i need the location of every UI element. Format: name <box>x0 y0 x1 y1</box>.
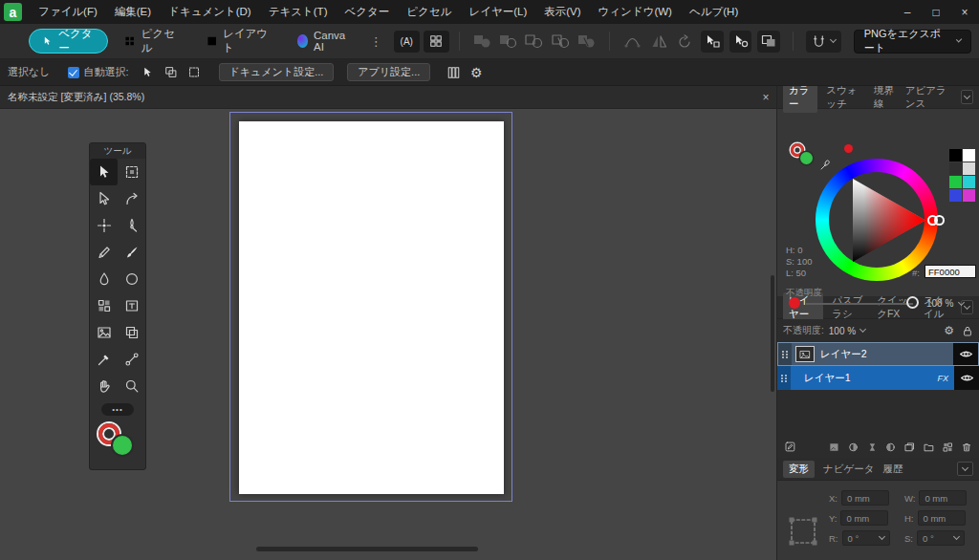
shape-tool[interactable] <box>118 266 145 292</box>
menu-vector[interactable]: ベクター <box>336 0 398 24</box>
minimize-button[interactable]: – <box>893 0 922 24</box>
fill-stroke-selector[interactable] <box>97 423 139 462</box>
gear-icon[interactable]: ⚙ <box>467 63 486 82</box>
corner-tool[interactable] <box>118 185 145 212</box>
frame-text-tool[interactable] <box>118 292 145 319</box>
edit-all-layers-icon[interactable] <box>785 440 795 454</box>
opacity-slider-track[interactable] <box>806 303 913 305</box>
menu-view[interactable]: 表示(V) <box>535 0 589 24</box>
pattern-tool[interactable] <box>90 292 118 319</box>
document-page[interactable] <box>239 121 504 494</box>
layer-name[interactable]: レイヤー2 <box>820 348 867 361</box>
canvas-viewport[interactable]: ツール ••• <box>0 109 776 560</box>
s-input[interactable]: 0 ° <box>917 530 965 546</box>
insert-behind-button[interactable] <box>757 31 780 53</box>
menu-pixel[interactable]: ピクセル <box>398 0 460 24</box>
swatch[interactable] <box>963 149 975 162</box>
auto-trace-button[interactable]: (A) <box>394 31 420 53</box>
marquee-mode-icon[interactable] <box>185 63 204 82</box>
move-tool[interactable] <box>90 159 118 185</box>
menu-text[interactable]: テキスト(T) <box>260 0 337 24</box>
panel-menu-button[interactable] <box>957 462 973 476</box>
opacity-slider-knob[interactable] <box>906 296 919 309</box>
document-title[interactable]: 名称未設定 [変更済み] (35.8%) <box>0 91 144 104</box>
tab-appearance[interactable]: アピアランス <box>905 84 952 111</box>
horizontal-scrollbar[interactable] <box>256 547 478 551</box>
layers-opacity-dropdown[interactable]: 100 % <box>829 326 865 336</box>
new-group-icon[interactable] <box>924 441 934 454</box>
node-tool[interactable] <box>90 185 118 212</box>
swatch[interactable] <box>963 162 975 175</box>
tab-color[interactable]: カラー <box>783 82 817 113</box>
layer-visibility-cell[interactable] <box>954 366 979 390</box>
menu-document[interactable]: ドキュメント(D) <box>160 0 260 24</box>
persona-canva-ai[interactable]: Canva AI <box>285 29 362 54</box>
opacity-value-dropdown[interactable]: 100 % <box>926 298 964 309</box>
h-input[interactable]: 0 mm <box>918 510 966 526</box>
eye-icon[interactable] <box>959 349 973 359</box>
layer-fx-badge[interactable]: FX <box>937 374 954 383</box>
more-tools-button[interactable]: ••• <box>101 403 134 416</box>
menu-window[interactable]: ウィンドウ(W) <box>590 0 681 24</box>
tab-stroke[interactable]: 境界線 <box>874 84 897 111</box>
auto-select-checkbox[interactable] <box>68 67 79 78</box>
hue-marker-fill[interactable] <box>934 215 945 226</box>
hex-input[interactable] <box>925 265 976 278</box>
artboard-tool[interactable] <box>118 159 145 185</box>
vector-brush-tool[interactable] <box>118 239 145 266</box>
menu-file[interactable]: ファイル(F) <box>30 0 106 24</box>
layer-handle[interactable] <box>777 366 791 390</box>
layer-visibility-cell[interactable] <box>953 343 978 365</box>
x-input[interactable]: 0 mm <box>841 490 889 506</box>
swatch[interactable] <box>949 189 962 202</box>
swatch[interactable] <box>949 162 962 175</box>
grid-toggle-button[interactable] <box>424 31 449 53</box>
layer-name[interactable]: レイヤー1 <box>804 372 851 385</box>
connector-tool[interactable] <box>118 346 145 373</box>
select-cursor-icon[interactable] <box>139 63 158 82</box>
pixel-layer-icon[interactable] <box>829 441 839 454</box>
gear-icon[interactable]: ⚙ <box>944 324 954 337</box>
menu-help[interactable]: ヘルプ(H) <box>681 0 747 24</box>
columns-icon[interactable] <box>444 63 463 82</box>
tab-history[interactable]: 履歴 <box>882 463 903 476</box>
eye-icon[interactable] <box>960 373 974 383</box>
persona-layout[interactable]: レイアウト <box>194 29 281 54</box>
tab-swatches[interactable]: スウォッチ <box>826 84 865 111</box>
persona-vector[interactable]: ベクター <box>29 29 108 54</box>
lock-icon[interactable] <box>962 325 973 337</box>
pen-tool[interactable] <box>118 212 145 239</box>
document-settings-button[interactable]: ドキュメント設定... <box>219 63 335 81</box>
style-picker-tool[interactable] <box>90 346 118 373</box>
image-tool[interactable] <box>90 319 118 346</box>
live-filter-icon[interactable] <box>885 441 896 454</box>
y-input[interactable]: 0 mm <box>840 510 888 526</box>
select-object-icon[interactable] <box>162 63 181 82</box>
export-png-button[interactable]: PNGをエクスポート <box>854 30 971 54</box>
swatch[interactable] <box>963 189 975 202</box>
menu-layer[interactable]: レイヤー(L) <box>460 0 535 24</box>
insert-target-button[interactable] <box>701 31 724 53</box>
swatch[interactable] <box>949 149 962 162</box>
persona-pixel[interactable]: ピクセル <box>112 29 189 54</box>
maximize-button[interactable]: □ <box>922 0 950 24</box>
insert-inside-button[interactable] <box>729 31 752 53</box>
w-input[interactable]: 0 mm <box>919 490 967 506</box>
layer-row-2[interactable]: レイヤー2 <box>777 342 979 366</box>
pattern-layer-icon[interactable] <box>943 441 953 454</box>
pencil-tool[interactable] <box>90 239 118 266</box>
swatch[interactable] <box>949 176 962 188</box>
adjustment-layer-icon[interactable] <box>867 441 878 454</box>
close-document-icon[interactable]: × <box>755 91 776 104</box>
snapping-button[interactable] <box>806 31 841 53</box>
hand-tool[interactable] <box>90 373 118 399</box>
new-layer-icon[interactable] <box>904 441 915 454</box>
fill-tool[interactable] <box>90 266 118 292</box>
r-input[interactable]: 0 ° <box>842 530 890 546</box>
tab-transform[interactable]: 変形 <box>783 461 815 478</box>
swatch[interactable] <box>963 176 975 188</box>
fill-color-icon[interactable] <box>113 436 132 455</box>
eyedropper-icon[interactable] <box>819 159 832 171</box>
zoom-tool[interactable] <box>118 373 145 399</box>
tab-path-brush[interactable]: パスブラシ <box>832 294 868 321</box>
